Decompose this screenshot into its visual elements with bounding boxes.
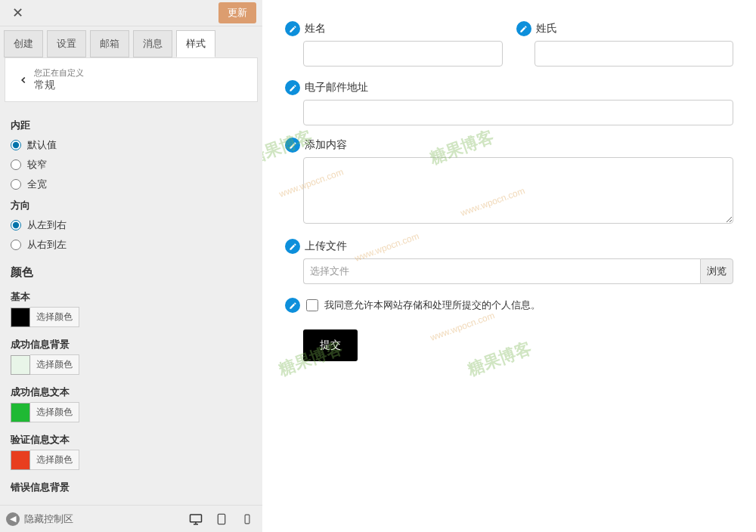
mobile-icon[interactable] — [238, 510, 256, 528]
radio-padding-full[interactable]: 全宽 — [11, 178, 252, 191]
color-label-error-bg: 错误信息背景 — [11, 481, 252, 494]
radio-input[interactable] — [11, 159, 21, 170]
radio-input[interactable] — [11, 140, 21, 150]
last-name-input[interactable] — [534, 41, 734, 66]
desktop-icon[interactable] — [187, 510, 205, 528]
edit-field-icon[interactable] — [285, 298, 300, 313]
watermark-url: www.wpocn.com — [429, 310, 496, 343]
color-label-success-text: 成功信息文本 — [11, 385, 252, 399]
color-swatch-success-bg[interactable] — [11, 355, 30, 375]
radio-label: 从左到右 — [27, 218, 67, 232]
edit-field-icon[interactable] — [516, 21, 531, 36]
radio-label: 较窄 — [27, 158, 47, 172]
color-label-success-bg: 成功信息背景 — [11, 338, 252, 351]
radio-padding-default[interactable]: 默认值 — [11, 138, 252, 152]
close-icon[interactable]: ✕ — [6, 2, 29, 24]
radio-label: 默认值 — [27, 138, 57, 152]
content-label: 添加内容 — [305, 138, 347, 152]
tablet-icon[interactable] — [212, 510, 231, 528]
back-arrow-icon[interactable] — [13, 70, 34, 91]
tab-settings[interactable]: 设置 — [47, 30, 86, 57]
submit-button[interactable]: 提交 — [303, 329, 358, 361]
color-swatch-success-text[interactable] — [11, 403, 30, 422]
color-pick-button[interactable]: 选择颜色 — [30, 402, 79, 422]
radio-label: 从右到左 — [27, 238, 67, 252]
section-direction-title: 方向 — [11, 199, 252, 212]
upload-label: 上传文件 — [305, 240, 347, 253]
consent-label: 我同意允许本网站存储和处理所提交的个人信息。 — [324, 298, 541, 312]
content-textarea[interactable] — [303, 157, 733, 224]
color-label-basic: 基本 — [11, 290, 252, 304]
edit-field-icon[interactable] — [285, 80, 300, 95]
watermark: 糖果博客 — [465, 337, 535, 381]
svg-rect-2 — [245, 515, 249, 524]
collapse-icon: ◀ — [6, 512, 20, 526]
radio-direction-rtl[interactable]: 从右到左 — [11, 238, 252, 252]
collapse-controls[interactable]: ◀ 隐藏控制区 — [6, 512, 73, 526]
color-pick-button[interactable]: 选择颜色 — [30, 450, 79, 470]
collapse-label: 隐藏控制区 — [24, 512, 73, 526]
radio-input[interactable] — [11, 240, 21, 250]
color-label-validation-text: 验证信息文本 — [11, 433, 252, 447]
file-input[interactable]: 选择文件 — [303, 258, 700, 284]
panel-title: 常规 — [34, 79, 84, 92]
color-pick-button[interactable]: 选择颜色 — [30, 307, 79, 327]
tab-email[interactable]: 邮箱 — [90, 30, 129, 57]
radio-label: 全宽 — [27, 178, 47, 191]
color-swatch-validation-text[interactable] — [11, 450, 30, 470]
tab-messages[interactable]: 消息 — [133, 30, 172, 57]
svg-rect-0 — [191, 515, 202, 522]
last-name-label: 姓氏 — [536, 22, 557, 36]
radio-input[interactable] — [11, 220, 21, 230]
radio-padding-narrow[interactable]: 较窄 — [11, 158, 252, 172]
consent-checkbox[interactable] — [306, 299, 318, 311]
edit-field-icon[interactable] — [285, 239, 300, 254]
first-name-label: 姓名 — [305, 22, 326, 36]
section-padding-title: 内距 — [11, 119, 252, 132]
color-pick-button[interactable]: 选择颜色 — [30, 354, 79, 375]
tab-style[interactable]: 样式 — [176, 30, 215, 57]
radio-input[interactable] — [11, 179, 21, 190]
first-name-input[interactable] — [303, 41, 503, 66]
tab-create[interactable]: 创建 — [4, 30, 43, 57]
browse-button[interactable]: 浏览 — [700, 258, 733, 284]
edit-field-icon[interactable] — [285, 138, 300, 153]
section-colors-title: 颜色 — [11, 265, 252, 280]
email-input[interactable] — [303, 100, 733, 125]
radio-direction-ltr[interactable]: 从左到右 — [11, 218, 252, 232]
update-button[interactable]: 更新 — [218, 2, 256, 23]
panel-subtitle: 您正在自定义 — [34, 67, 84, 79]
email-label: 电子邮件地址 — [305, 81, 368, 94]
svg-rect-1 — [218, 514, 225, 524]
edit-field-icon[interactable] — [285, 21, 300, 36]
color-swatch-basic[interactable] — [11, 308, 30, 327]
